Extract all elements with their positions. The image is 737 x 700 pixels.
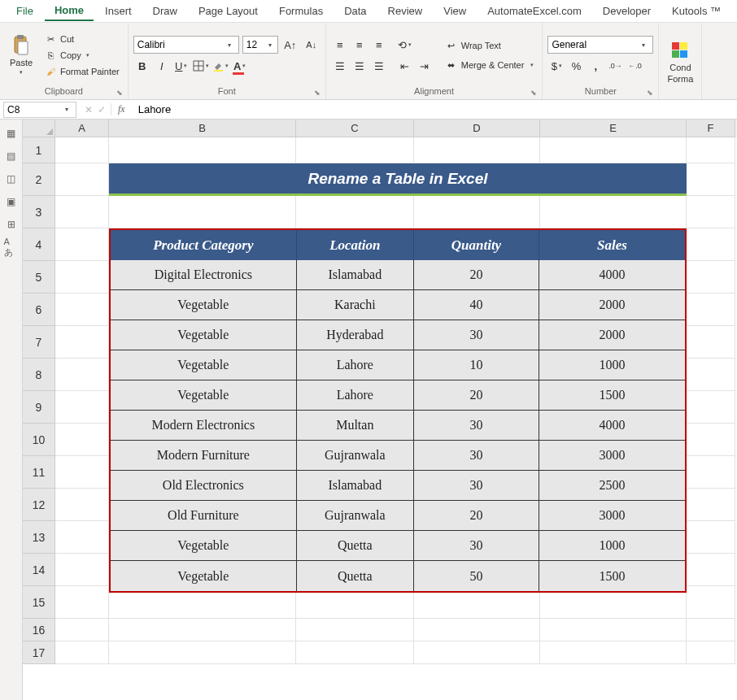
increase-font-icon[interactable]: A↑	[281, 36, 299, 54]
cell-D1[interactable]	[414, 137, 540, 163]
tab-view[interactable]: View	[434, 2, 476, 20]
row-header-9[interactable]: 9	[23, 391, 55, 424]
col-header-B[interactable]: B	[109, 120, 296, 137]
conditional-formatting-button[interactable]: Cond Forma	[664, 38, 696, 85]
increase-indent-icon[interactable]: ⇥	[416, 57, 434, 75]
cells-area[interactable]: Rename a Table in Excel Product Category…	[55, 137, 735, 664]
cell-A7[interactable]	[55, 326, 109, 359]
row-header-10[interactable]: 10	[23, 424, 55, 456]
table-cell[interactable]: Quetta	[297, 531, 414, 561]
cell-E1[interactable]	[540, 137, 687, 163]
percent-format-icon[interactable]: %	[567, 57, 585, 75]
table-cell[interactable]: 30	[414, 471, 539, 501]
cell-A14[interactable]	[55, 554, 109, 586]
underline-button[interactable]: U	[172, 57, 190, 75]
col-header-A[interactable]: A	[55, 120, 109, 137]
cell-F4[interactable]	[687, 228, 735, 261]
table-cell[interactable]: Quetta	[297, 561, 414, 591]
table-cell[interactable]: Modern Electronics	[111, 411, 297, 441]
tab-home[interactable]: Home	[45, 1, 94, 21]
number-format-combo[interactable]: ▾	[547, 36, 653, 54]
col-header-C[interactable]: C	[296, 120, 414, 137]
cell-F2[interactable]	[687, 163, 735, 196]
table-cell[interactable]: Gujranwala	[297, 441, 414, 471]
table-cell[interactable]: 30	[414, 411, 539, 441]
chevron-down-icon[interactable]: ▾	[264, 41, 276, 49]
merge-center-button[interactable]: ⬌Merge & Center▾	[442, 58, 538, 72]
bold-button[interactable]: B	[133, 57, 151, 75]
cell-F8[interactable]	[687, 359, 735, 391]
cell-F9[interactable]	[687, 391, 735, 424]
cell-B16[interactable]	[109, 619, 296, 641]
table-cell[interactable]: Vegetable	[111, 350, 297, 380]
tab-insert[interactable]: Insert	[95, 2, 142, 20]
table-cell[interactable]: 1500	[539, 561, 685, 591]
cell-F17[interactable]	[687, 641, 735, 664]
row-header-16[interactable]: 16	[23, 619, 55, 641]
tab-automateexcel-com[interactable]: AutomateExcel.com	[478, 2, 591, 20]
cancel-formula-icon[interactable]: ✕	[85, 104, 93, 115]
number-format-input[interactable]	[548, 37, 638, 53]
cell-A4[interactable]	[55, 228, 109, 261]
table-cell[interactable]: Multan	[297, 411, 414, 441]
cell-E17[interactable]	[540, 641, 687, 664]
tab-file[interactable]: File	[7, 2, 43, 20]
cell-F3[interactable]	[687, 196, 735, 228]
table-cell[interactable]: Vegetable	[111, 380, 297, 411]
cell-A11[interactable]	[55, 456, 109, 489]
paste-button[interactable]: Paste ▾	[5, 33, 37, 77]
cell-A15[interactable]	[55, 586, 109, 619]
table-cell[interactable]: 3000	[539, 501, 685, 531]
copy-button[interactable]: ⎘Copy▾	[41, 48, 123, 63]
table-cell[interactable]: 3000	[539, 441, 685, 471]
chevron-down-icon[interactable]: ▾	[224, 41, 235, 49]
table-cell[interactable]: 2000	[539, 290, 685, 320]
tab-developer[interactable]: Developer	[593, 2, 661, 20]
font-color-button[interactable]: A	[231, 57, 249, 75]
align-center-icon[interactable]: ☰	[351, 57, 368, 75]
cell-F11[interactable]	[687, 456, 735, 489]
tab-formulas[interactable]: Formulas	[269, 2, 333, 20]
font-size-input[interactable]	[243, 37, 264, 53]
table-cell[interactable]: Lahore	[297, 350, 414, 380]
align-middle-icon[interactable]: ≡	[351, 36, 368, 54]
cell-A16[interactable]	[55, 619, 109, 641]
fx-icon[interactable]: fx	[111, 103, 132, 115]
font-name-input[interactable]	[134, 37, 224, 53]
increase-decimal-icon[interactable]: .0→	[606, 57, 624, 75]
chevron-down-icon[interactable]: ▾	[61, 106, 72, 113]
decrease-indent-icon[interactable]: ⇤	[396, 57, 414, 75]
cell-F5[interactable]	[687, 261, 735, 293]
tab-page-layout[interactable]: Page Layout	[189, 2, 268, 20]
name-box[interactable]: ▾	[3, 102, 76, 118]
table-cell[interactable]: 1000	[539, 350, 685, 380]
row-header-14[interactable]: 14	[23, 554, 55, 586]
table-cell[interactable]: Gujranwala	[297, 501, 414, 531]
tab-draw[interactable]: Draw	[143, 2, 187, 20]
cell-A1[interactable]	[55, 137, 109, 163]
cell-B1[interactable]	[109, 137, 296, 163]
table-cell[interactable]: 1000	[539, 531, 685, 561]
row-header-1[interactable]: 1	[23, 137, 55, 163]
table-cell[interactable]: Islamabad	[297, 471, 414, 501]
table-cell[interactable]: Vegetable	[111, 320, 297, 350]
row-header-8[interactable]: 8	[23, 359, 55, 391]
cell-E16[interactable]	[540, 619, 687, 641]
borders-button[interactable]	[192, 57, 210, 75]
row-header-7[interactable]: 7	[23, 326, 55, 359]
align-bottom-icon[interactable]: ≡	[370, 36, 388, 54]
table-cell[interactable]: 40	[414, 290, 539, 320]
select-all-button[interactable]	[23, 120, 55, 137]
table-cell[interactable]: 10	[414, 350, 539, 380]
font-launcher-icon[interactable]: ⬊	[314, 89, 324, 98]
cell-A5[interactable]	[55, 261, 109, 293]
italic-button[interactable]: I	[153, 57, 171, 75]
align-left-icon[interactable]: ☰	[331, 57, 349, 75]
table-cell[interactable]: Hyderabad	[297, 320, 414, 350]
cell-A2[interactable]	[55, 163, 109, 196]
table-cell[interactable]: Old Electronics	[111, 471, 297, 501]
cell-F15[interactable]	[687, 586, 735, 619]
table-cell[interactable]: Modern Furniture	[111, 441, 297, 471]
orientation-icon[interactable]: ⟲	[396, 36, 414, 54]
table-cell[interactable]: 30	[414, 531, 539, 561]
